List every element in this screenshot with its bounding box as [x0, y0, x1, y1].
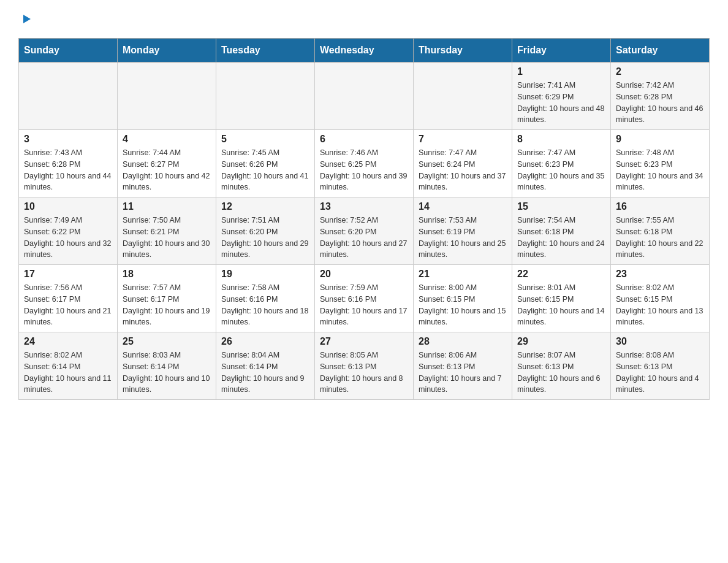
day-info: Sunrise: 7:47 AMSunset: 6:23 PMDaylight:…: [517, 147, 605, 193]
day-info: Sunrise: 7:56 AMSunset: 6:17 PMDaylight:…: [24, 282, 112, 328]
day-number: 20: [320, 269, 408, 280]
day-number: 5: [221, 134, 309, 145]
day-info: Sunrise: 7:57 AMSunset: 6:17 PMDaylight:…: [123, 282, 211, 328]
day-number: 19: [221, 269, 309, 280]
calendar-cell: [19, 63, 118, 130]
weekday-header-monday: Monday: [118, 39, 216, 63]
week-row-2: 3Sunrise: 7:43 AMSunset: 6:28 PMDaylight…: [19, 130, 710, 197]
day-number: 30: [616, 336, 704, 347]
calendar-table: SundayMondayTuesdayWednesdayThursdayFrid…: [18, 38, 710, 400]
calendar-cell: 5Sunrise: 7:45 AMSunset: 6:26 PMDaylight…: [216, 130, 315, 197]
calendar-cell: 21Sunrise: 8:00 AMSunset: 6:15 PMDayligh…: [414, 265, 512, 332]
calendar-cell: [315, 63, 414, 130]
calendar-cell: 1Sunrise: 7:41 AMSunset: 6:29 PMDaylight…: [512, 63, 611, 130]
day-number: 12: [221, 201, 309, 212]
day-number: 10: [24, 201, 112, 212]
day-number: 8: [517, 134, 605, 145]
day-info: Sunrise: 7:52 AMSunset: 6:20 PMDaylight:…: [320, 215, 408, 261]
day-info: Sunrise: 7:43 AMSunset: 6:28 PMDaylight:…: [24, 147, 112, 193]
calendar-cell: 24Sunrise: 8:02 AMSunset: 6:14 PMDayligh…: [19, 332, 118, 400]
day-number: 4: [123, 134, 211, 145]
day-info: Sunrise: 7:48 AMSunset: 6:23 PMDaylight:…: [616, 147, 704, 193]
weekday-header-tuesday: Tuesday: [216, 39, 315, 63]
logo: [18, 12, 33, 28]
week-row-5: 24Sunrise: 8:02 AMSunset: 6:14 PMDayligh…: [19, 332, 710, 400]
day-info: Sunrise: 8:06 AMSunset: 6:13 PMDaylight:…: [419, 350, 507, 396]
day-info: Sunrise: 8:02 AMSunset: 6:14 PMDaylight:…: [24, 350, 112, 396]
day-info: Sunrise: 8:04 AMSunset: 6:14 PMDaylight:…: [221, 350, 309, 396]
calendar-cell: 28Sunrise: 8:06 AMSunset: 6:13 PMDayligh…: [414, 332, 512, 400]
day-info: Sunrise: 7:59 AMSunset: 6:16 PMDaylight:…: [320, 282, 408, 328]
day-number: 6: [320, 134, 408, 145]
calendar-cell: 6Sunrise: 7:46 AMSunset: 6:25 PMDaylight…: [315, 130, 414, 197]
calendar-cell: 9Sunrise: 7:48 AMSunset: 6:23 PMDaylight…: [611, 130, 710, 197]
calendar-cell: [414, 63, 512, 130]
day-number: 16: [616, 201, 704, 212]
week-row-4: 17Sunrise: 7:56 AMSunset: 6:17 PMDayligh…: [19, 265, 710, 332]
weekday-header-wednesday: Wednesday: [315, 39, 414, 63]
day-info: Sunrise: 8:00 AMSunset: 6:15 PMDaylight:…: [419, 282, 507, 328]
weekday-header-row: SundayMondayTuesdayWednesdayThursdayFrid…: [19, 39, 710, 63]
calendar-cell: 3Sunrise: 7:43 AMSunset: 6:28 PMDaylight…: [19, 130, 118, 197]
calendar-cell: 14Sunrise: 7:53 AMSunset: 6:19 PMDayligh…: [414, 197, 512, 265]
day-info: Sunrise: 7:55 AMSunset: 6:18 PMDaylight:…: [616, 215, 704, 261]
day-number: 26: [221, 336, 309, 347]
calendar-cell: 22Sunrise: 8:01 AMSunset: 6:15 PMDayligh…: [512, 265, 611, 332]
day-number: 11: [123, 201, 211, 212]
day-info: Sunrise: 7:54 AMSunset: 6:18 PMDaylight:…: [517, 215, 605, 261]
day-info: Sunrise: 8:01 AMSunset: 6:15 PMDaylight:…: [517, 282, 605, 328]
day-number: 3: [24, 134, 112, 145]
calendar-cell: 2Sunrise: 7:42 AMSunset: 6:28 PMDaylight…: [611, 63, 710, 130]
calendar-cell: 15Sunrise: 7:54 AMSunset: 6:18 PMDayligh…: [512, 197, 611, 265]
calendar-cell: 19Sunrise: 7:58 AMSunset: 6:16 PMDayligh…: [216, 265, 315, 332]
svg-marker-0: [23, 15, 31, 23]
day-number: 1: [517, 66, 605, 77]
calendar-cell: 26Sunrise: 8:04 AMSunset: 6:14 PMDayligh…: [216, 332, 315, 400]
day-number: 2: [616, 66, 704, 77]
day-info: Sunrise: 7:53 AMSunset: 6:19 PMDaylight:…: [419, 215, 507, 261]
day-info: Sunrise: 8:07 AMSunset: 6:13 PMDaylight:…: [517, 350, 605, 396]
day-info: Sunrise: 7:50 AMSunset: 6:21 PMDaylight:…: [123, 215, 211, 261]
calendar-cell: 29Sunrise: 8:07 AMSunset: 6:13 PMDayligh…: [512, 332, 611, 400]
day-number: 27: [320, 336, 408, 347]
day-number: 29: [517, 336, 605, 347]
calendar-cell: 30Sunrise: 8:08 AMSunset: 6:13 PMDayligh…: [611, 332, 710, 400]
day-info: Sunrise: 7:58 AMSunset: 6:16 PMDaylight:…: [221, 282, 309, 328]
day-info: Sunrise: 7:49 AMSunset: 6:22 PMDaylight:…: [24, 215, 112, 261]
page-header: [18, 12, 710, 28]
day-info: Sunrise: 8:03 AMSunset: 6:14 PMDaylight:…: [123, 350, 211, 396]
day-info: Sunrise: 7:42 AMSunset: 6:28 PMDaylight:…: [616, 80, 704, 126]
calendar-cell: 27Sunrise: 8:05 AMSunset: 6:13 PMDayligh…: [315, 332, 414, 400]
day-number: 22: [517, 269, 605, 280]
weekday-header-saturday: Saturday: [611, 39, 710, 63]
day-info: Sunrise: 7:45 AMSunset: 6:26 PMDaylight:…: [221, 147, 309, 193]
day-number: 14: [419, 201, 507, 212]
calendar-cell: 17Sunrise: 7:56 AMSunset: 6:17 PMDayligh…: [19, 265, 118, 332]
day-number: 18: [123, 269, 211, 280]
calendar-cell: 23Sunrise: 8:02 AMSunset: 6:15 PMDayligh…: [611, 265, 710, 332]
day-info: Sunrise: 7:46 AMSunset: 6:25 PMDaylight:…: [320, 147, 408, 193]
day-number: 28: [419, 336, 507, 347]
day-info: Sunrise: 8:02 AMSunset: 6:15 PMDaylight:…: [616, 282, 704, 328]
calendar-cell: 12Sunrise: 7:51 AMSunset: 6:20 PMDayligh…: [216, 197, 315, 265]
day-number: 17: [24, 269, 112, 280]
weekday-header-friday: Friday: [512, 39, 611, 63]
week-row-1: 1Sunrise: 7:41 AMSunset: 6:29 PMDaylight…: [19, 63, 710, 130]
calendar-cell: 25Sunrise: 8:03 AMSunset: 6:14 PMDayligh…: [118, 332, 216, 400]
calendar-cell: 20Sunrise: 7:59 AMSunset: 6:16 PMDayligh…: [315, 265, 414, 332]
calendar-cell: 13Sunrise: 7:52 AMSunset: 6:20 PMDayligh…: [315, 197, 414, 265]
day-number: 23: [616, 269, 704, 280]
calendar-cell: 11Sunrise: 7:50 AMSunset: 6:21 PMDayligh…: [118, 197, 216, 265]
day-info: Sunrise: 7:44 AMSunset: 6:27 PMDaylight:…: [123, 147, 211, 193]
day-number: 15: [517, 201, 605, 212]
day-number: 7: [419, 134, 507, 145]
day-number: 24: [24, 336, 112, 347]
calendar-cell: 16Sunrise: 7:55 AMSunset: 6:18 PMDayligh…: [611, 197, 710, 265]
calendar-cell: 4Sunrise: 7:44 AMSunset: 6:27 PMDaylight…: [118, 130, 216, 197]
day-info: Sunrise: 8:08 AMSunset: 6:13 PMDaylight:…: [616, 350, 704, 396]
day-number: 9: [616, 134, 704, 145]
day-info: Sunrise: 7:41 AMSunset: 6:29 PMDaylight:…: [517, 80, 605, 126]
day-info: Sunrise: 8:05 AMSunset: 6:13 PMDaylight:…: [320, 350, 408, 396]
weekday-header-thursday: Thursday: [414, 39, 512, 63]
day-number: 25: [123, 336, 211, 347]
